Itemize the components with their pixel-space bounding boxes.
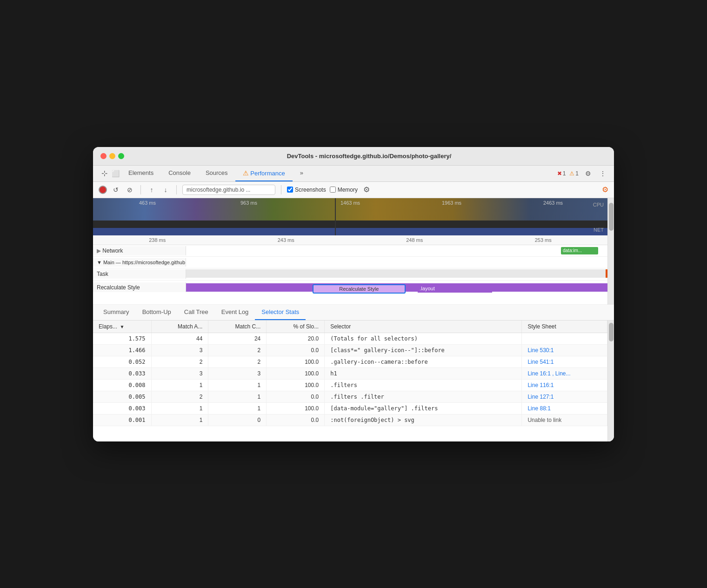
divider-3 [281, 185, 281, 194]
table-row[interactable]: 0.001100.0:not(foreignObject) > svgUnabl… [93, 414, 607, 426]
tab-more-label: » [300, 169, 303, 176]
table-row[interactable]: 1.466320.0[class*=" gallery-icon--"]::be… [93, 344, 607, 356]
stylesheet-link[interactable]: Line 88:1 [527, 405, 550, 412]
col-match-c-label: Match C... [235, 323, 261, 330]
recalc-inner-bar[interactable]: Recalculate Style [313, 284, 406, 294]
cell-stylesheet[interactable]: Line 127:1 [522, 391, 607, 402]
cell-stylesheet[interactable]: Line 16:1 , Line... [522, 368, 607, 379]
tab-selector-stats-label: Selector Stats [261, 308, 299, 315]
table-row[interactable]: 0.00311100.0[data-module="gallery"] .fil… [93, 402, 607, 414]
upload-button[interactable]: ↑ [147, 185, 157, 195]
stylesheet-link[interactable]: Line 541:1 [527, 359, 554, 365]
recalc-content: Recalculate Style .layout [186, 282, 607, 305]
divider-2 [176, 185, 177, 194]
recalc-row[interactable]: Recalculate Style Recalculate Style .lay… [93, 281, 607, 305]
table-scrollbar-thumb[interactable] [609, 323, 614, 341]
main-label: ▼ Main — https://microsoftedge.github.io… [93, 258, 186, 267]
tab-console[interactable]: Console [161, 166, 198, 181]
col-selector[interactable]: Selector [325, 321, 522, 333]
cell-stylesheet[interactable]: Line 116:1 [522, 379, 607, 391]
detail-time-2: 243 ms [222, 237, 351, 243]
devtools-selector-icon[interactable]: ⊹ [99, 168, 110, 179]
scrollbar-thumb[interactable] [609, 203, 614, 231]
tab-event-log-label: Event Log [221, 308, 249, 315]
stylesheet-link[interactable]: Line 530:1 [527, 347, 554, 354]
col-stylesheet[interactable]: Style Sheet [522, 321, 607, 333]
stylesheet-link[interactable]: Line 127:1 [527, 394, 554, 400]
settings-gear-icon[interactable]: ⚙ [602, 186, 608, 194]
tab-event-log[interactable]: Event Log [215, 305, 255, 320]
cell-match-a: 3 [151, 368, 208, 379]
tab-summary[interactable]: Summary [97, 305, 136, 320]
tab-more[interactable]: » [293, 166, 311, 181]
more-options-icon[interactable]: ⋮ [597, 168, 608, 179]
tab-bottom-up[interactable]: Bottom-Up [136, 305, 178, 320]
tab-performance[interactable]: ⚠ Performance [235, 166, 293, 181]
warning-badge[interactable]: ⚠ 1 [569, 170, 579, 177]
screenshots-checkbox[interactable] [287, 187, 293, 193]
cell-stylesheet[interactable]: Line 541:1 [522, 356, 607, 368]
screenshots-checkbox-label[interactable]: Screenshots [287, 187, 326, 193]
settings-icon[interactable]: ⚙ [582, 168, 594, 179]
cell-selector: h1 [325, 368, 522, 379]
cell-selector: :not(foreignObject) > svg [325, 414, 522, 426]
record-button[interactable] [99, 186, 107, 194]
cell-match-c: 24 [208, 333, 267, 344]
cell-elapsed: 0.001 [93, 414, 151, 426]
tab-call-tree[interactable]: Call Tree [178, 305, 215, 320]
col-match-c[interactable]: Match C... [208, 321, 267, 333]
selector-stats-table: Elaps... ▼ Match A... Match C... % of Sl… [93, 321, 607, 426]
tab-right-area: ✖ 1 ⚠ 1 ⚙ ⋮ [557, 168, 608, 179]
table-scroll-area[interactable]: Elaps... ▼ Match A... Match C... % of Sl… [93, 321, 607, 441]
tab-call-tree-label: Call Tree [184, 308, 208, 315]
tab-performance-label: Performance [250, 170, 285, 177]
tab-bottom-up-label: Bottom-Up [142, 308, 171, 315]
close-button[interactable] [100, 153, 107, 159]
cleanup-icon[interactable]: ⚙ [361, 185, 372, 195]
col-elapsed[interactable]: Elaps... ▼ [93, 321, 151, 333]
stylesheet-link[interactable]: Line 16:1 , Line... [527, 370, 570, 377]
tab-selector-stats[interactable]: Selector Stats [255, 305, 306, 320]
cell-elapsed: 0.003 [93, 402, 151, 414]
timeline-scrollbar[interactable] [607, 198, 614, 305]
col-pct[interactable]: % of Slo... [267, 321, 325, 333]
tab-sources[interactable]: Sources [198, 166, 235, 181]
table-row[interactable]: 0.00811100.0.filtersLine 116:1 [93, 379, 607, 391]
detail-time-labels: 238 ms 243 ms 248 ms 253 ms [93, 235, 607, 245]
network-row[interactable]: ▶ Network data:im... [93, 245, 607, 257]
error-count: 1 [563, 170, 566, 177]
table-row[interactable]: 0.05222100.0.gallery-icon--camera::befor… [93, 356, 607, 368]
col-elapsed-label: Elaps... [99, 323, 117, 330]
col-match-a[interactable]: Match A... [151, 321, 208, 333]
memory-checkbox-label[interactable]: Memory [330, 187, 358, 193]
reload-record-button[interactable]: ↺ [111, 185, 121, 195]
download-button[interactable]: ↓ [160, 185, 171, 195]
cell-stylesheet[interactable]: Line 88:1 [522, 402, 607, 414]
cell-pct: 0.0 [267, 344, 325, 356]
memory-checkbox[interactable] [330, 187, 336, 193]
table-scrollbar[interactable] [607, 321, 614, 441]
minimize-button[interactable] [109, 153, 115, 159]
maximize-button[interactable] [118, 153, 124, 159]
main-row[interactable]: ▼ Main — https://microsoftedge.github.io… [93, 257, 607, 268]
table-row[interactable]: 0.005210.0.filters .filterLine 127:1 [93, 391, 607, 402]
recalc-label: Recalculate Style [93, 282, 186, 292]
table-row[interactable]: 0.03333100.0h1Line 16:1 , Line... [93, 368, 607, 379]
clear-button[interactable]: ⊘ [125, 185, 135, 195]
time-label-4: 1963 ms [401, 200, 502, 206]
cell-elapsed: 1.575 [93, 333, 151, 344]
cell-elapsed: 0.005 [93, 391, 151, 402]
cell-stylesheet[interactable]: Line 530:1 [522, 344, 607, 356]
cell-match-c: 2 [208, 356, 267, 368]
task-row[interactable]: Task [93, 268, 607, 281]
performance-toolbar: ↺ ⊘ ↑ ↓ microsoftedge.github.io ... Scre… [93, 182, 614, 198]
time-label-1: 463 ms [97, 200, 198, 206]
error-badge[interactable]: ✖ 1 [557, 170, 566, 177]
stylesheet-link[interactable]: Line 116:1 [527, 382, 554, 388]
tab-elements[interactable]: Elements [121, 166, 161, 181]
task-label: Task [93, 269, 186, 279]
table-row[interactable]: 1.575442420.0(Totals for all selectors) [93, 333, 607, 344]
device-toolbar-icon[interactable]: ⬜ [110, 168, 121, 179]
time-label-2: 963 ms [198, 200, 300, 206]
timeline-overview[interactable]: CPU NET 463 ms 963 ms 1463 ms 1963 ms 24… [93, 198, 607, 235]
